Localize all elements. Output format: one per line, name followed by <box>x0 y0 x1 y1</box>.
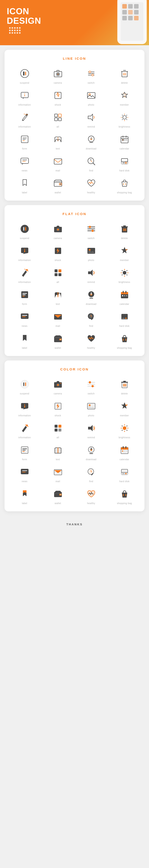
svg-line-115 <box>28 271 28 271</box>
svg-point-95 <box>91 230 94 232</box>
line-shock: shock <box>42 89 73 106</box>
svg-point-94 <box>89 226 91 228</box>
svg-rect-119 <box>58 273 61 276</box>
svg-marker-120 <box>88 270 93 276</box>
color-calendar: calendar <box>109 443 140 461</box>
flat-form: form <box>9 288 40 305</box>
svg-point-178 <box>91 385 94 388</box>
svg-rect-5 <box>128 4 133 9</box>
svg-rect-116 <box>55 269 58 272</box>
line-icon-grid: suspend camera switch delete <box>9 67 140 194</box>
flat-remind: remind <box>76 266 107 283</box>
svg-rect-12 <box>134 16 139 20</box>
line-text: text <box>42 132 73 150</box>
svg-point-186 <box>24 404 25 405</box>
svg-rect-10 <box>122 16 127 20</box>
svg-line-73 <box>91 161 92 162</box>
color-information: information <box>9 399 40 417</box>
flat-camera: camera <box>42 222 73 240</box>
svg-rect-209 <box>126 430 127 431</box>
svg-rect-64 <box>122 139 123 141</box>
color-healthy: healthy <box>76 487 107 504</box>
svg-point-22 <box>89 71 91 73</box>
svg-rect-131 <box>23 293 27 294</box>
line-brightness: brightness <box>109 111 140 128</box>
svg-rect-97 <box>121 226 128 227</box>
svg-point-43 <box>123 116 126 119</box>
svg-rect-33 <box>87 93 95 98</box>
svg-rect-39 <box>58 114 61 117</box>
color-brightness: brightness <box>109 421 140 439</box>
svg-rect-157 <box>121 317 128 318</box>
svg-rect-142 <box>123 291 124 293</box>
color-delete: delete <box>109 377 140 395</box>
svg-rect-40 <box>55 118 58 121</box>
line-switch: switch <box>76 67 107 84</box>
flat-news: news <box>9 310 40 327</box>
phone-mockup <box>111 0 149 45</box>
svg-rect-137 <box>91 292 92 295</box>
flat-label: label <box>9 332 40 349</box>
svg-point-23 <box>92 74 93 76</box>
flat-icon-section: FLAT ICON suspend camera switch <box>4 205 145 356</box>
flat-download: download <box>76 288 107 305</box>
svg-rect-14 <box>23 72 24 75</box>
line-download: download <box>76 132 107 150</box>
color-shock: shock <box>42 399 73 417</box>
svg-rect-228 <box>124 451 125 452</box>
svg-rect-4 <box>122 4 127 9</box>
svg-rect-176 <box>87 386 95 386</box>
svg-line-49 <box>126 119 127 120</box>
svg-rect-86 <box>23 227 24 231</box>
flat-information2: information <box>9 266 40 283</box>
svg-point-158 <box>125 317 126 319</box>
svg-rect-204 <box>124 424 125 425</box>
line-suspend: suspend <box>9 67 40 84</box>
flat-photo: photo <box>76 244 107 261</box>
line-icon-title: LINE ICON <box>9 57 140 60</box>
svg-rect-221 <box>89 453 93 454</box>
svg-rect-7 <box>122 10 127 14</box>
svg-rect-8 <box>128 10 133 14</box>
color-mail: mail <box>42 465 73 483</box>
svg-rect-213 <box>23 448 27 449</box>
svg-point-18 <box>57 73 59 75</box>
svg-line-113 <box>25 269 26 270</box>
svg-point-35 <box>26 114 28 115</box>
svg-rect-214 <box>23 450 26 451</box>
svg-rect-126 <box>121 270 123 271</box>
svg-point-82 <box>60 184 61 185</box>
svg-rect-149 <box>22 316 26 317</box>
svg-rect-187 <box>24 405 25 407</box>
svg-rect-206 <box>121 428 122 429</box>
svg-rect-118 <box>55 273 58 276</box>
line-delete: delete <box>109 67 140 84</box>
line-wallet: wallet <box>42 177 73 194</box>
svg-rect-180 <box>121 382 128 383</box>
svg-rect-175 <box>87 384 95 385</box>
svg-rect-124 <box>121 273 122 273</box>
line-information: information <box>9 89 40 106</box>
svg-rect-117 <box>58 269 61 272</box>
flat-text: text <box>42 288 73 305</box>
svg-rect-143 <box>125 291 126 293</box>
svg-point-112 <box>26 269 28 271</box>
line-calendar: calendar <box>109 132 140 150</box>
svg-rect-182 <box>123 384 124 386</box>
footer: THANKS <box>0 516 149 535</box>
color-wallet: wallet <box>42 487 73 504</box>
svg-rect-66 <box>126 139 127 141</box>
flat-shock: shock <box>42 244 73 261</box>
svg-rect-198 <box>55 425 58 428</box>
svg-line-48 <box>122 115 123 116</box>
svg-rect-227 <box>122 451 123 452</box>
line-mail: mail <box>42 154 73 172</box>
svg-rect-148 <box>22 315 27 316</box>
line-news: news <box>9 154 40 172</box>
svg-rect-122 <box>124 269 125 270</box>
svg-marker-247 <box>122 493 127 498</box>
svg-rect-138 <box>89 298 93 299</box>
svg-rect-161 <box>54 337 62 338</box>
svg-rect-225 <box>123 446 124 448</box>
line-shoppingbag: shopping bag <box>109 177 140 194</box>
